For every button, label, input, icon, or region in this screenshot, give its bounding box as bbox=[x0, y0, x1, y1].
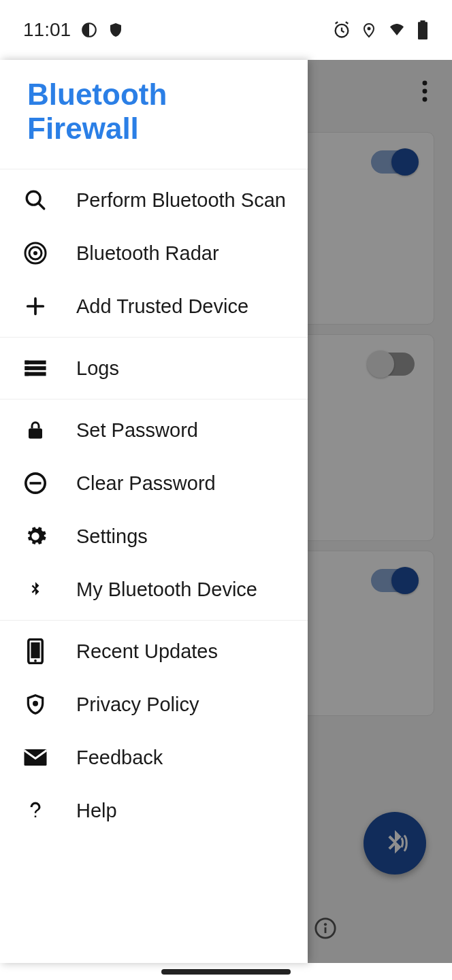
drawer-item-setpassword[interactable]: Set Password bbox=[0, 404, 308, 457]
drawer-item-label: Set Password bbox=[76, 419, 198, 442]
help-icon bbox=[19, 794, 52, 827]
drawer-item-trusted[interactable]: Add Trusted Device bbox=[0, 280, 308, 333]
drawer-group-info: Recent Updates Privacy Policy Feedback H… bbox=[0, 621, 308, 841]
gear-icon bbox=[19, 520, 52, 553]
svg-rect-23 bbox=[31, 642, 39, 658]
svg-point-0 bbox=[368, 27, 371, 31]
wifi-icon bbox=[387, 22, 407, 38]
alarm-icon bbox=[332, 20, 351, 39]
drawer-item-label: Feedback bbox=[76, 747, 163, 769]
svg-rect-19 bbox=[29, 429, 42, 439]
lock-icon bbox=[19, 414, 52, 446]
drawer-item-feedback[interactable]: Feedback bbox=[0, 731, 308, 784]
drawer-item-mybluetooth[interactable]: My Bluetooth Device bbox=[0, 563, 308, 616]
plus-icon bbox=[19, 290, 52, 323]
navigation-drawer: Bluetooth Firewall Perform Bluetooth Sca… bbox=[0, 60, 308, 963]
search-icon bbox=[19, 184, 52, 216]
drawer-item-label: Clear Password bbox=[76, 472, 216, 495]
drawer-group-logs: Logs bbox=[0, 338, 308, 399]
drawer-item-label: Perform Bluetooth Scan bbox=[76, 189, 286, 212]
drawer-item-label: Add Trusted Device bbox=[76, 295, 248, 318]
svg-point-24 bbox=[34, 659, 37, 662]
drawer-item-label: My Bluetooth Device bbox=[76, 578, 257, 601]
mail-icon bbox=[19, 741, 52, 774]
radar-icon bbox=[19, 237, 52, 270]
svg-point-25 bbox=[33, 701, 38, 706]
drawer-item-settings[interactable]: Settings bbox=[0, 510, 308, 563]
drawer-title: Bluetooth Firewall bbox=[0, 60, 308, 169]
nav-pill[interactable] bbox=[161, 969, 291, 975]
drawer-item-label: Bluetooth Radar bbox=[76, 242, 219, 265]
clear-icon bbox=[19, 467, 52, 500]
svg-rect-17 bbox=[25, 366, 29, 370]
drawer-item-scan[interactable]: Perform Bluetooth Scan bbox=[0, 174, 308, 227]
drawer-item-label: Recent Updates bbox=[76, 640, 218, 663]
drawer-item-label: Help bbox=[76, 800, 117, 822]
drawer-item-label: Settings bbox=[76, 525, 148, 548]
svg-rect-16 bbox=[25, 361, 29, 365]
phone-icon bbox=[19, 635, 52, 668]
drawer-item-logs[interactable]: Logs bbox=[0, 342, 308, 395]
drawer-group-actions: Perform Bluetooth Scan Bluetooth Radar A… bbox=[0, 169, 308, 338]
bluetooth-icon bbox=[19, 573, 52, 606]
drawer-item-privacy[interactable]: Privacy Policy bbox=[0, 678, 308, 731]
svg-rect-18 bbox=[25, 372, 29, 376]
drawer-item-updates[interactable]: Recent Updates bbox=[0, 625, 308, 678]
svg-point-11 bbox=[33, 251, 37, 255]
drawer-group-security: Set Password Clear Password Settings My … bbox=[0, 399, 308, 621]
svg-line-8 bbox=[39, 203, 44, 209]
status-bar: 11:01 bbox=[0, 0, 452, 60]
battery-icon bbox=[417, 20, 429, 39]
status-shield-icon bbox=[108, 20, 124, 39]
drawer-item-clearpassword[interactable]: Clear Password bbox=[0, 457, 308, 510]
drawer-item-label: Logs bbox=[76, 357, 119, 380]
drawer-item-label: Privacy Policy bbox=[76, 693, 199, 716]
shield-icon bbox=[19, 688, 52, 721]
location-icon bbox=[361, 20, 377, 39]
status-time: 11:01 bbox=[23, 19, 71, 41]
status-indicator-icon bbox=[80, 21, 98, 39]
logs-icon bbox=[19, 352, 52, 385]
drawer-item-radar[interactable]: Bluetooth Radar bbox=[0, 227, 308, 280]
drawer-item-help[interactable]: Help bbox=[0, 784, 308, 837]
